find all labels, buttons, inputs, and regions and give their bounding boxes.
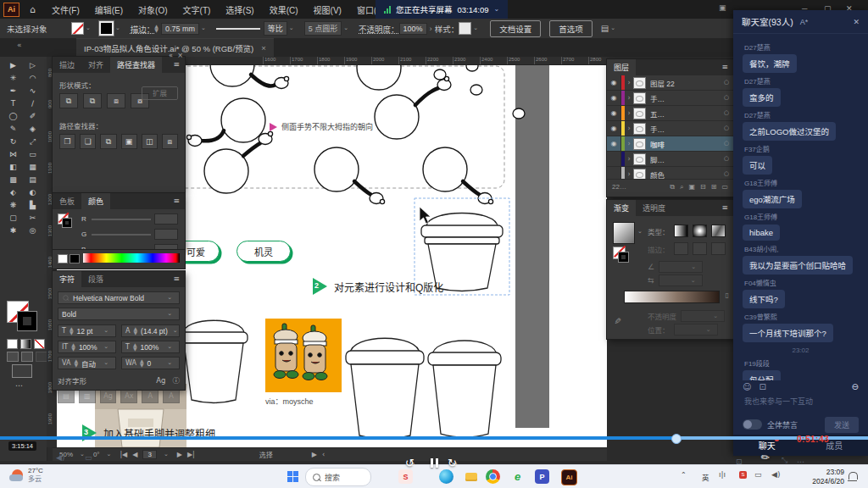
profile-field[interactable]: 等比	[264, 21, 287, 36]
selection-tool[interactable]: ▶	[3, 59, 23, 72]
visibility-eye-icon[interactable]: ◉	[607, 121, 621, 136]
emoji-icon[interactable]: ☺	[743, 383, 751, 391]
stroke-label[interactable]: 描边：	[131, 23, 155, 35]
visibility-eye-icon[interactable]	[607, 167, 621, 179]
stroke-within-button[interactable]	[674, 242, 688, 255]
panel-menu-icon[interactable]: ≡	[168, 271, 185, 287]
leading-field[interactable]: A▲▼(14.4 pt)⌄	[121, 324, 180, 337]
chevron-right-icon[interactable]: ›	[625, 125, 633, 132]
target-icon[interactable]: ○	[720, 156, 733, 162]
fill-stroke-proxy[interactable]	[7, 301, 39, 333]
home-icon[interactable]: ⌂	[30, 5, 36, 14]
panel-close-icon[interactable]: ×	[177, 53, 183, 59]
menu-select[interactable]: 选择(S)	[218, 3, 261, 16]
shape-builder-tool[interactable]: ◧	[3, 161, 23, 174]
layer-name[interactable]: 五…	[650, 108, 720, 119]
icon-2[interactable]: ▣	[688, 184, 695, 191]
chevron-down-icon[interactable]: ⌄	[201, 25, 206, 31]
app-icon-s[interactable]: S	[398, 469, 413, 484]
menu-effect[interactable]: 效果(C)	[262, 3, 306, 16]
font-size-badge[interactable]: A*	[800, 18, 809, 26]
stroke-proxy-black[interactable]	[18, 312, 36, 330]
slice-tool[interactable]: ✂	[23, 212, 42, 225]
fill-swatch[interactable]	[71, 22, 84, 35]
chevron-right-icon[interactable]: ›	[625, 156, 633, 163]
notification-bell-icon[interactable]	[849, 472, 858, 480]
target-icon[interactable]: ○	[720, 110, 733, 116]
chevron-right-icon[interactable]: ›	[625, 80, 633, 86]
chevron-down-icon[interactable]: ⌄	[86, 25, 91, 31]
v-scale-field[interactable]: IT▲▼100%⌄	[58, 341, 116, 353]
display-icon[interactable]: ▭	[85, 454, 92, 462]
more-icon[interactable]: ⋯	[797, 458, 804, 466]
style-swatch[interactable]	[459, 22, 471, 35]
taskbar-clock[interactable]: 23:09 2024/6/20	[812, 468, 844, 485]
rewind-button[interactable]: ↺10	[405, 457, 415, 469]
layer-name[interactable]: 脚…	[650, 154, 720, 164]
icon-2[interactable]: ⧈	[107, 93, 125, 108]
visibility-eye-icon[interactable]: ◉	[607, 106, 621, 120]
g-slider[interactable]	[92, 234, 151, 236]
ag-icon[interactable]: Ag	[156, 377, 165, 385]
start-button[interactable]	[286, 469, 300, 484]
expand-arrows-icon[interactable]: ⤡	[782, 457, 787, 464]
video-progress-bar[interactable]	[0, 436, 868, 440]
illustrator-icon[interactable]: Ai	[561, 469, 577, 485]
tab-gradient[interactable]: 渐变	[607, 200, 636, 216]
brush-field[interactable]: 5 点圆形	[304, 21, 342, 36]
h-scale-field[interactable]: T▲▼100%⌄	[121, 341, 180, 353]
expand-button[interactable]: 扩展	[142, 86, 178, 100]
stroke-weight-field[interactable]: 0.75 mm	[161, 23, 199, 35]
draw-behind-button[interactable]	[21, 352, 33, 362]
panel-switch-icon[interactable]: ▣	[719, 4, 726, 12]
menu-type[interactable]: 文字(T)	[175, 3, 219, 16]
gradient-tool[interactable]: ▤	[23, 174, 42, 186]
draw-inside-button[interactable]	[36, 352, 47, 362]
radial-gradient-button[interactable]	[693, 225, 707, 237]
layer-row[interactable]: ◉›五…○	[607, 106, 733, 121]
rotate-tool[interactable]: ↻	[3, 136, 23, 148]
eraser-tool[interactable]: ◈	[23, 123, 42, 136]
icon-1[interactable]: ▥	[79, 390, 96, 403]
tray-app-s-icon[interactable]: S	[739, 471, 747, 479]
chevron-right-icon[interactable]: ›	[625, 95, 633, 102]
chevron-down-icon[interactable]: ⌄	[473, 25, 478, 31]
paintbrush-tool[interactable]: ✐	[23, 110, 42, 123]
tab-character[interactable]: 字符	[53, 271, 81, 287]
chevron-down-icon[interactable]: ⌄	[289, 25, 294, 31]
free-transform-tool[interactable]: ▭	[23, 148, 42, 161]
artboard-tool[interactable]: ▢	[3, 212, 23, 225]
icon-5[interactable]: A	[163, 390, 180, 403]
tab-stroke[interactable]: 描边	[53, 57, 81, 73]
chevron-right-icon[interactable]: ›	[625, 171, 633, 178]
opacity-field[interactable]: 100%	[399, 23, 427, 35]
chevron-right-icon[interactable]: ›	[625, 110, 633, 117]
black-swatch[interactable]	[70, 254, 80, 263]
mic-icon[interactable]: ı|ı	[719, 471, 726, 479]
chevron-down-icon[interactable]: ⌄	[494, 6, 500, 13]
aspect-field[interactable]: ⌄	[659, 274, 703, 286]
stroke-along-button[interactable]	[693, 242, 707, 255]
icon-3[interactable]: ▣	[121, 134, 137, 149]
pencil-tool[interactable]: ✎	[3, 123, 23, 136]
tab-chat[interactable]: 聊天	[733, 439, 801, 452]
chevron-down-icon[interactable]: ⌄	[115, 25, 120, 31]
menu-edit[interactable]: 编辑(E)	[87, 3, 131, 16]
layer-row[interactable]: ›颜色○	[607, 167, 733, 179]
tab-swatches[interactable]: 色板	[53, 193, 81, 209]
icon-0[interactable]: ⧉	[59, 93, 78, 108]
icon-4[interactable]: ⊞	[711, 184, 717, 191]
delete-stop-icon[interactable]: ▯	[726, 292, 729, 299]
icon-4[interactable]: A	[142, 390, 159, 403]
target-icon[interactable]: ○	[720, 141, 733, 147]
visibility-eye-icon[interactable]	[607, 152, 621, 166]
pause-button[interactable]	[431, 458, 438, 468]
preferences-button[interactable]: 首选项	[549, 20, 593, 37]
speaker-icon[interactable]: ◀)	[771, 471, 780, 479]
panel-collapse-icon[interactable]: «	[17, 42, 22, 49]
chevron-down-icon[interactable]: ⌄	[343, 25, 348, 31]
screen-mode-button[interactable]	[12, 364, 32, 378]
direct-selection-tool[interactable]: ▷	[23, 59, 42, 72]
eyedropper-tool[interactable]: ⬖	[3, 186, 23, 199]
kerning-field[interactable]: VA▲▼自动⌄	[58, 357, 116, 369]
